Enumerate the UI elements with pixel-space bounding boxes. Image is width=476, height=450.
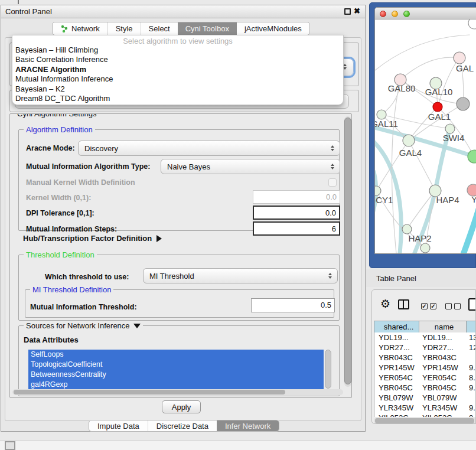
table-row[interactable]: YBR045CYBR045C9. — [374, 383, 476, 393]
network-edge — [392, 80, 400, 253]
network-node[interactable] — [468, 150, 476, 163]
mi-algorithm-type-combobox[interactable]: Naive Bayes — [161, 159, 340, 174]
network-node-label: HAP4 — [436, 195, 459, 205]
algorithm-option[interactable]: Bayesian – Hill Climbing — [12, 45, 343, 55]
tab-cyni-toolbox[interactable]: Cyni Toolbox — [178, 22, 237, 35]
tab-discretize-data[interactable]: Discretize Data — [148, 420, 217, 431]
which-threshold-combobox[interactable]: MI Threshold — [143, 268, 338, 283]
split-columns-icon[interactable] — [398, 299, 409, 309]
table-row[interactable]: YBR043CYBR043C — [374, 353, 476, 363]
network-node[interactable] — [403, 135, 415, 146]
table-cell: YBR045C — [419, 383, 467, 393]
table-row[interactable]: YLR345WYLR345W9. — [374, 403, 476, 413]
unchecked-checkbox-icon[interactable] — [454, 303, 461, 309]
table-cell: 9. — [467, 403, 476, 413]
table-panel: ⚙ ✓ ✓ shared... name YDL19...YDL19...13Y… — [371, 289, 476, 424]
settings-vertical-scrollbar[interactable] — [344, 116, 351, 387]
cyni-algorithm-settings-group: Cyni Algorithm Settings Algorithm Defini… — [9, 113, 352, 398]
tab-impute-data[interactable]: Impute Data — [89, 420, 148, 431]
network-icon — [60, 25, 69, 32]
algorithm-dropdown-popup: Select algorithm to view settings Bayesi… — [12, 35, 344, 105]
close-traffic-light-icon[interactable] — [380, 11, 386, 17]
attribute-item[interactable]: SelfLoops — [28, 350, 324, 360]
table-row[interactable]: YDR27...YDR27...12 — [374, 343, 476, 353]
close-icon[interactable]: ✖ — [354, 6, 360, 15]
table-cell: 9. — [467, 363, 476, 373]
manual-kernel-width-checkbox[interactable] — [328, 178, 337, 187]
scrollbar-thumb[interactable] — [14, 390, 285, 394]
table-row[interactable]: YDL19...YDL19...13 — [374, 332, 476, 343]
network-node[interactable] — [468, 19, 476, 29]
table-cell: 9. — [467, 383, 476, 393]
algorithm-option[interactable]: Dream8 DC_TDC Algorithm — [12, 94, 343, 103]
algorithm-option[interactable]: Bayesian – K2 — [12, 84, 343, 94]
table-row[interactable]: YER054CYER054C8. — [374, 373, 476, 383]
restore-panel-icon[interactable] — [5, 441, 15, 450]
table-row[interactable]: YBL079WYBL079W — [374, 393, 476, 403]
network-view-window: GALGAL80GAL10GAL1GAL11SWI4GAL4GCY1HAP4YH… — [374, 7, 476, 254]
settings-horizontal-scrollbar[interactable] — [12, 389, 343, 395]
tab-style[interactable]: Style — [107, 22, 141, 35]
scrollbar-thumb[interactable] — [375, 418, 474, 423]
tab-label: jActiveMNodules — [244, 24, 302, 33]
attributes-list-scrollbar[interactable] — [325, 350, 331, 389]
dpi-tolerance-input[interactable]: 0.0 — [253, 206, 340, 220]
table-cell: YDR27... — [374, 343, 419, 353]
gear-icon[interactable]: ⚙ — [380, 297, 390, 311]
aracne-mode-combobox[interactable]: Discovery — [78, 141, 340, 156]
minimize-traffic-light-icon[interactable] — [392, 11, 398, 17]
attribute-item[interactable]: TopologicalCoefficient — [28, 360, 324, 370]
tab-infer-network[interactable]: Infer Network — [217, 420, 279, 431]
document-icon[interactable] — [468, 298, 476, 311]
network-node[interactable] — [420, 243, 430, 253]
table-row[interactable]: YIL052CYIL052C0. — [374, 413, 476, 417]
attribute-item[interactable]: gal4RGexp — [28, 380, 324, 390]
mi-threshold-input[interactable]: 0.5 — [251, 298, 335, 312]
algorithm-option[interactable]: Mutual Information Inference — [12, 74, 343, 84]
kernel-width-input[interactable]: 0.0 — [253, 190, 340, 204]
network-canvas[interactable]: GALGAL80GAL10GAL1GAL11SWI4GAL4GCY1HAP4YH… — [375, 19, 476, 253]
network-node[interactable] — [433, 102, 442, 112]
table-cell: 8. — [467, 373, 476, 383]
algorithm-option[interactable]: ARACNE Algorithm — [12, 65, 343, 74]
network-node-label: HAP2 — [408, 233, 431, 243]
scrollbar-thumb[interactable] — [344, 118, 351, 384]
tab-network[interactable]: Network — [53, 22, 107, 35]
network-node-label: GAL — [456, 63, 474, 73]
network-node-label: GAL11 — [375, 119, 398, 129]
sources-group-title[interactable]: Sources for Network Inference — [24, 321, 143, 330]
tab-select[interactable]: Select — [141, 22, 178, 35]
table-row[interactable]: YPR145WYPR145W9. — [374, 363, 476, 373]
network-node-label: Y — [471, 194, 476, 204]
algorithm-definition-title: Algorithm Definition — [24, 125, 95, 134]
mi-steps-input[interactable]: 6 — [253, 221, 340, 236]
network-graph[interactable]: GALGAL80GAL10GAL1GAL11SWI4GAL4GCY1HAP4YH… — [375, 19, 476, 253]
network-node[interactable] — [402, 224, 412, 234]
tab-jactivemnodules[interactable]: jActiveMNodules — [237, 22, 309, 35]
column-header-name[interactable]: name — [419, 321, 467, 332]
column-header-shared-name[interactable]: shared... — [374, 321, 419, 332]
checked-checkbox-icon[interactable]: ✓ — [430, 303, 436, 309]
algorithm-option[interactable]: Basic Correlation Inference — [12, 55, 343, 64]
table-body: YDL19...YDL19...13YDR27...YDR27...12YBR0… — [374, 332, 476, 417]
network-node[interactable] — [375, 186, 381, 195]
unchecked-checkbox-icon[interactable] — [445, 303, 452, 309]
mi-steps-label: Mutual Information Steps: — [26, 225, 117, 233]
zoom-traffic-light-icon[interactable] — [403, 11, 410, 17]
network-node[interactable] — [457, 97, 470, 110]
checked-checkbox-icon[interactable]: ✓ — [421, 303, 428, 309]
attribute-item[interactable]: BetweennessCentrality — [28, 370, 324, 380]
float-window-icon[interactable] — [344, 8, 351, 15]
control-panel-title: Control Panel — [5, 7, 52, 16]
table-cell: YBL079W — [419, 393, 467, 403]
apply-button[interactable]: Apply — [162, 400, 201, 413]
hub-transcription-factor-expander[interactable]: Hub/Transcription Factor Definition — [23, 234, 162, 243]
network-node[interactable] — [454, 52, 465, 64]
table-horizontal-scrollbar[interactable] — [374, 418, 476, 424]
network-node[interactable] — [445, 124, 455, 133]
column-header-partial[interactable] — [467, 321, 476, 332]
threshold-definition-group: Threshold Definition Which threshold to … — [18, 255, 340, 321]
data-attributes-list[interactable]: SelfLoopsTopologicalCoefficientBetweenne… — [28, 350, 324, 391]
expand-right-icon — [157, 235, 162, 242]
network-node[interactable] — [377, 110, 386, 119]
